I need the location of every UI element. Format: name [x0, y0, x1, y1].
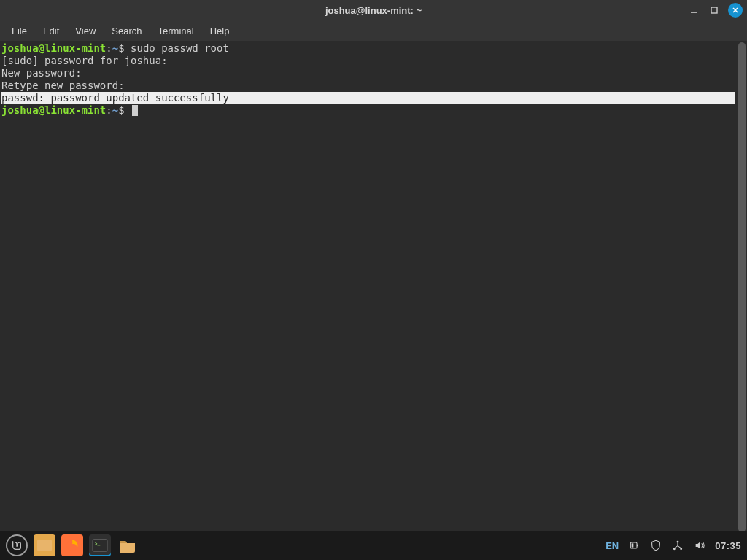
linux-mint-logo-icon — [11, 540, 23, 551]
tray-volume-icon[interactable] — [693, 539, 706, 552]
network-icon — [672, 540, 684, 551]
shield-icon — [650, 540, 662, 551]
battery-icon — [628, 540, 640, 551]
tray-power-icon[interactable] — [627, 539, 640, 552]
start-menu-button[interactable] — [6, 534, 28, 556]
keyboard-layout-indicator[interactable]: EN — [605, 540, 619, 551]
terminal-command: sudo passwd root — [131, 42, 229, 54]
taskbar-firefox[interactable] — [61, 534, 83, 556]
terminal-line-highlighted: passwd: password updated successfully — [1, 92, 735, 104]
prompt-path: ~ — [112, 104, 118, 116]
menubar: File Edit View Search Terminal Help — [0, 20, 747, 41]
menu-file[interactable]: File — [4, 23, 34, 39]
prompt-symbol: $ — [118, 104, 124, 116]
prompt-user-host: joshua@linux-mint — [1, 42, 106, 54]
menu-terminal[interactable]: Terminal — [151, 23, 201, 39]
folder-icon — [119, 538, 136, 553]
svg-rect-10 — [632, 543, 634, 547]
terminal-line: Retype new password: — [1, 79, 737, 92]
taskbar: $_ EN 07:35 — [0, 531, 747, 560]
tray-network-icon[interactable] — [671, 539, 684, 552]
desktop-icon — [37, 540, 52, 551]
taskbar-files[interactable] — [117, 534, 139, 556]
prompt-path: ~ — [112, 42, 118, 54]
menu-view[interactable]: View — [68, 23, 103, 39]
menu-edit[interactable]: Edit — [36, 23, 66, 39]
close-button[interactable] — [728, 3, 743, 18]
prompt-user-host: joshua@linux-mint — [1, 104, 106, 116]
menu-search[interactable]: Search — [104, 23, 149, 39]
svg-rect-9 — [637, 545, 638, 547]
tray-shield-icon[interactable] — [649, 539, 662, 552]
window-title: joshua@linux-mint: ~ — [325, 5, 422, 16]
svg-text:$_: $_ — [95, 540, 101, 546]
svg-point-11 — [677, 541, 679, 543]
terminal-line: [sudo] password for joshua: — [1, 55, 737, 67]
prompt-symbol: $ — [118, 42, 124, 54]
firefox-icon — [65, 538, 80, 553]
scrollbar-thumb[interactable] — [738, 42, 746, 532]
terminal-icon: $_ — [92, 539, 108, 552]
menu-help[interactable]: Help — [203, 23, 237, 39]
terminal-output[interactable]: joshua@linux-mint:~$ sudo passwd root[su… — [0, 41, 737, 531]
svg-rect-8 — [631, 542, 638, 548]
taskbar-show-desktop[interactable] — [34, 534, 55, 556]
taskbar-terminal[interactable]: $_ — [89, 534, 111, 556]
titlebar[interactable]: joshua@linux-mint: ~ — [0, 0, 747, 20]
maximize-button[interactable] — [708, 4, 721, 17]
clock[interactable]: 07:35 — [715, 540, 741, 551]
volume-icon — [694, 540, 705, 551]
minimize-button[interactable] — [687, 4, 700, 17]
terminal-line: New password: — [1, 67, 737, 79]
svg-rect-1 — [711, 7, 717, 13]
cursor-icon — [132, 105, 138, 116]
scrollbar[interactable] — [737, 41, 747, 531]
svg-rect-4 — [37, 540, 52, 551]
terminal-window: joshua@linux-mint: ~ File Edit View Sear… — [0, 0, 747, 531]
